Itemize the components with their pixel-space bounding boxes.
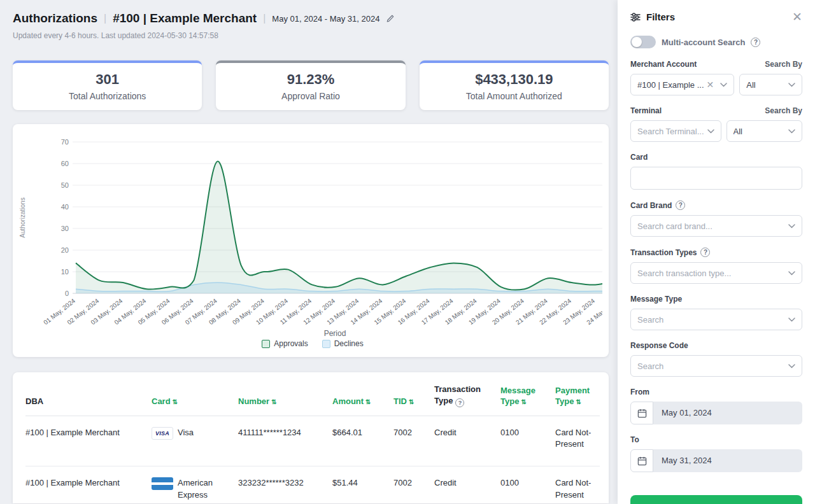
- column-label: Amount: [332, 396, 364, 406]
- terminal-search-by-value: All: [734, 127, 785, 136]
- filters-panel: Filters ✕ Multi-account Search ? Merchan…: [618, 0, 815, 504]
- filters-title: Filters: [646, 11, 675, 22]
- cell-number: 323232******3232: [238, 466, 332, 503]
- transaction-types-label: Transaction Types: [630, 248, 697, 257]
- table-row: #100 | Example MerchantAmerican Express3…: [25, 466, 600, 503]
- merchant-account-select[interactable]: #100 | Example ... ✕: [630, 74, 734, 95]
- terminal-search-by-select[interactable]: All: [726, 120, 802, 142]
- search-by-label: Search By: [765, 60, 802, 69]
- svg-text:70: 70: [61, 138, 69, 146]
- close-icon[interactable]: ✕: [792, 11, 802, 23]
- help-icon[interactable]: ?: [700, 248, 710, 257]
- column-label: TID: [393, 396, 407, 406]
- merchant-title: #100 | Example Merchant: [113, 11, 257, 25]
- terminal-label: Terminal: [630, 106, 662, 115]
- legend-label: Approvals: [274, 339, 308, 348]
- cell-payment-type: Card Not-Present: [555, 416, 600, 466]
- response-code-select[interactable]: Search: [630, 355, 802, 377]
- to-date-field[interactable]: May 31, 2024: [630, 449, 802, 472]
- legend-declines[interactable]: Declines: [322, 339, 364, 348]
- response-code-group: Response Code Search: [630, 341, 802, 377]
- app-root: Authorizations #100 | Example Merchant M…: [0, 0, 815, 504]
- cell-dba: #100 | Example Merchant: [25, 466, 152, 503]
- help-icon[interactable]: ?: [676, 200, 685, 210]
- visa-icon: VISA: [152, 427, 173, 440]
- multi-account-toggle[interactable]: [630, 36, 656, 48]
- toggle-knob: [632, 37, 642, 47]
- column-header-card[interactable]: Card⇅: [152, 376, 238, 416]
- from-date-field[interactable]: May 01, 2024: [630, 402, 802, 424]
- column-label: Message Type: [500, 386, 535, 407]
- terminal-select[interactable]: Search Terminal...: [630, 120, 721, 142]
- help-icon[interactable]: ?: [751, 38, 760, 47]
- message-type-select[interactable]: Search: [630, 309, 802, 330]
- merchant-account-label: Merchant Account: [630, 60, 697, 69]
- table-row: #100 | Example MerchantVISAVisa411111***…: [25, 416, 600, 466]
- column-header-tid[interactable]: TID⇅: [393, 376, 434, 416]
- to-group: To May 31, 2024: [630, 435, 802, 472]
- approvals-swatch-icon: [262, 340, 270, 348]
- chevron-down-icon: [788, 364, 795, 368]
- filters-header: Filters ✕: [630, 0, 802, 31]
- svg-text:40: 40: [61, 203, 69, 211]
- card-brand-select[interactable]: Search card brand...: [630, 215, 802, 237]
- stat-card-total-authorizations: 301 Total Authorizations: [13, 60, 202, 110]
- help-icon[interactable]: ?: [455, 398, 464, 407]
- authorizations-chart-card: 01020304050607001 May, 202402 May, 20240…: [13, 124, 609, 357]
- from-date-value[interactable]: May 01, 2024: [653, 402, 802, 424]
- legend-approvals[interactable]: Approvals: [262, 339, 308, 348]
- card-brand-name: Visa: [178, 427, 194, 439]
- apply-filters-button[interactable]: [630, 495, 802, 504]
- merchant-search-by-value: All: [746, 80, 785, 90]
- chevron-down-icon: [788, 318, 795, 322]
- sort-icon: ⇅: [576, 398, 581, 405]
- transaction-types-select[interactable]: Search transaction type...: [630, 262, 802, 284]
- authorizations-table: DBACard⇅Number⇅Amount⇅TID⇅Transaction Ty…: [25, 376, 600, 503]
- column-label: Number: [238, 396, 269, 406]
- transaction-types-group: Transaction Types ? Search transaction t…: [630, 248, 802, 284]
- cell-amount: $664.01: [332, 416, 393, 466]
- sort-icon: ⇅: [173, 398, 178, 405]
- svg-text:60: 60: [61, 160, 69, 167]
- filters-sliders-icon: [630, 13, 641, 22]
- column-label: Payment Type: [555, 386, 590, 407]
- authorizations-table-card: DBACard⇅Number⇅Amount⇅TID⇅Transaction Ty…: [13, 372, 609, 503]
- sort-icon: ⇅: [365, 398, 371, 405]
- column-header-number[interactable]: Number⇅: [238, 376, 332, 416]
- response-code-placeholder: Search: [637, 361, 785, 371]
- cell-transaction-type: Credit: [434, 466, 500, 503]
- calendar-icon[interactable]: [630, 449, 653, 472]
- svg-text:10: 10: [61, 268, 69, 276]
- column-header-payment-type[interactable]: Payment Type⇅: [555, 376, 600, 416]
- message-type-label: Message Type: [630, 295, 682, 304]
- stat-label: Total Authorizations: [13, 91, 202, 101]
- page-title: Authorizations: [13, 11, 97, 25]
- chevron-down-icon: [788, 129, 795, 134]
- clear-icon[interactable]: ✕: [707, 80, 714, 90]
- transaction-types-placeholder: Search transaction type...: [637, 269, 785, 278]
- card-group: Card: [630, 153, 802, 190]
- stat-value: 301: [13, 71, 202, 88]
- cell-card: VISAVisa: [152, 416, 238, 466]
- sort-icon: ⇅: [271, 398, 276, 405]
- calendar-icon[interactable]: [630, 402, 653, 424]
- stat-label: Approval Ratio: [216, 91, 405, 101]
- chart-legend: Approvals Declines: [17, 339, 609, 352]
- stat-label: Total Amount Authorized: [420, 91, 609, 101]
- terminal-placeholder: Search Terminal...: [637, 127, 704, 136]
- chevron-down-icon: [788, 83, 795, 87]
- cell-tid: 7002: [393, 416, 434, 466]
- to-label: To: [630, 435, 639, 444]
- to-date-value[interactable]: May 31, 2024: [653, 449, 802, 472]
- declines-swatch-icon: [322, 340, 330, 348]
- edit-pencil-icon[interactable]: [386, 14, 395, 23]
- main-content: Authorizations #100 | Example Merchant M…: [0, 0, 618, 504]
- amex-icon: [152, 477, 173, 490]
- card-input[interactable]: [630, 167, 802, 190]
- column-header-amount[interactable]: Amount⇅: [332, 376, 393, 416]
- from-group: From May 01, 2024: [630, 388, 802, 424]
- column-header-transaction-type: Transaction Type?: [434, 376, 500, 416]
- column-header-message-type[interactable]: Message Type⇅: [500, 376, 555, 416]
- merchant-search-by-select[interactable]: All: [739, 74, 802, 95]
- card-brand-group: Card Brand ? Search card brand...: [630, 200, 802, 237]
